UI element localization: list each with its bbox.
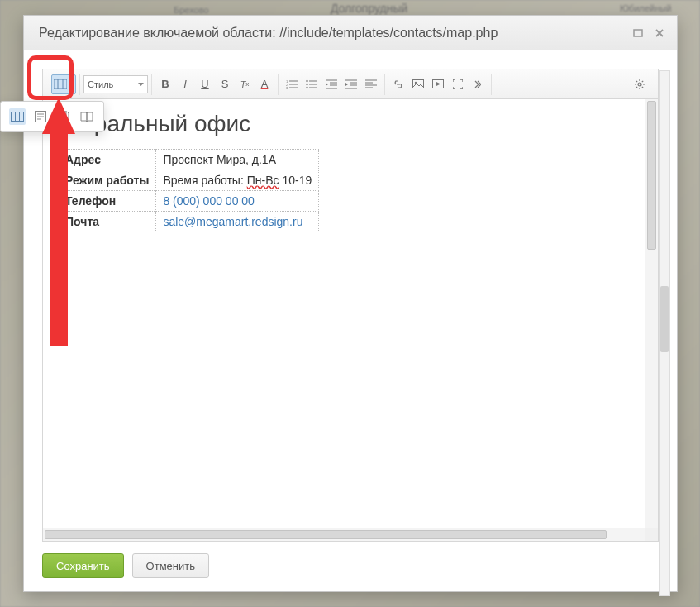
maximize-button[interactable]	[629, 24, 647, 42]
table-row: Телефон 8 (000) 000 00 00	[59, 191, 319, 212]
table-row: Режим работы Время работы: Пн-Вс 10-19	[59, 170, 319, 191]
ordered-list-button[interactable]: 123	[282, 74, 302, 94]
italic-button[interactable]: I	[175, 74, 195, 94]
editor-frame: Стиль B I U S Tx A 123	[42, 69, 659, 542]
component-columns-icon[interactable]	[9, 108, 26, 125]
scrollbar-thumb[interactable]	[660, 286, 669, 352]
row-label[interactable]: Режим работы	[59, 170, 156, 191]
svg-rect-40	[60, 117, 67, 122]
content-scrollbar-horizontal[interactable]	[43, 528, 645, 541]
underline-button[interactable]: U	[195, 74, 215, 94]
scrollbar-thumb[interactable]	[647, 101, 656, 250]
table-row: Адрес Проспект Мира, д.1А	[59, 150, 319, 170]
row-value[interactable]: sale@megamart.redsign.ru	[156, 212, 319, 232]
svg-point-14	[306, 86, 307, 88]
svg-rect-39	[61, 112, 66, 115]
bold-button[interactable]: B	[155, 74, 175, 94]
email-link[interactable]: sale@megamart.redsign.ru	[163, 215, 302, 228]
dialog-scrollbar-vertical[interactable]	[659, 70, 670, 596]
svg-text:3: 3	[286, 86, 288, 89]
image-button[interactable]	[408, 74, 428, 94]
svg-rect-0	[634, 30, 642, 36]
unordered-list-button[interactable]	[302, 74, 321, 94]
dialog-body: Стиль B I U S Tx A 123	[24, 50, 677, 591]
phone-link[interactable]: 8 (000) 000 00 00	[163, 194, 255, 208]
edit-include-dialog: Редактирование включаемой области: //inc…	[23, 15, 678, 592]
settings-button[interactable]	[630, 74, 650, 94]
save-button[interactable]: Сохранить	[42, 553, 124, 578]
row-value[interactable]: Время работы: Пн-Вс 10-19	[156, 170, 319, 191]
scroll-corner	[645, 528, 658, 541]
scrollbar-thumb[interactable]	[45, 530, 607, 539]
strike-button[interactable]: S	[215, 74, 235, 94]
dialog-title: Редактирование включаемой области: //inc…	[39, 26, 498, 41]
components-dropdown-button[interactable]	[51, 74, 76, 94]
svg-rect-32	[12, 112, 24, 122]
svg-point-31	[638, 83, 641, 86]
content-scrollbar-vertical[interactable]	[645, 99, 658, 528]
video-button[interactable]	[428, 74, 448, 94]
style-select-label: Стиль	[88, 79, 113, 89]
outdent-button[interactable]	[321, 74, 341, 94]
office-heading[interactable]: ентральный офис	[58, 111, 630, 137]
svg-rect-28	[413, 80, 424, 88]
editor-content-area[interactable]: ентральный офис Адрес Проспект Мира, д.1…	[43, 99, 658, 541]
svg-point-10	[306, 79, 307, 81]
cancel-button[interactable]: Отменить	[132, 553, 209, 578]
row-label[interactable]: Адрес	[59, 150, 156, 170]
component-text-icon[interactable]	[32, 108, 49, 125]
row-label[interactable]: Почта	[59, 212, 156, 232]
info-table[interactable]: Адрес Проспект Мира, д.1А Режим работы В…	[58, 149, 319, 232]
editor-document[interactable]: ентральный офис Адрес Проспект Мира, д.1…	[43, 99, 645, 528]
table-row: Почта sale@megamart.redsign.ru	[59, 212, 319, 232]
row-value[interactable]: Проспект Мира, д.1А	[156, 150, 319, 170]
row-label[interactable]: Телефон	[59, 191, 156, 212]
align-button[interactable]	[361, 74, 381, 94]
more-button[interactable]	[468, 74, 488, 94]
text-color-button[interactable]: A	[255, 74, 274, 94]
indent-button[interactable]	[341, 74, 361, 94]
components-dropdown-panel	[0, 101, 104, 132]
component-book-icon[interactable]	[79, 108, 95, 125]
fullscreen-button[interactable]	[448, 74, 468, 94]
link-button[interactable]	[388, 74, 408, 94]
style-select[interactable]: Стиль	[83, 75, 148, 93]
row-value[interactable]: 8 (000) 000 00 00	[156, 191, 319, 212]
close-button[interactable]	[650, 24, 669, 42]
clear-format-button[interactable]: Tx	[235, 74, 255, 94]
editor-toolbar: Стиль B I U S Tx A 123	[43, 69, 658, 99]
dialog-footer: Сохранить Отменить	[42, 542, 659, 578]
svg-rect-1	[54, 79, 67, 89]
svg-point-12	[306, 83, 307, 84]
dialog-titlebar: Редактирование включаемой области: //inc…	[24, 16, 677, 50]
component-save-icon[interactable]	[55, 108, 72, 125]
